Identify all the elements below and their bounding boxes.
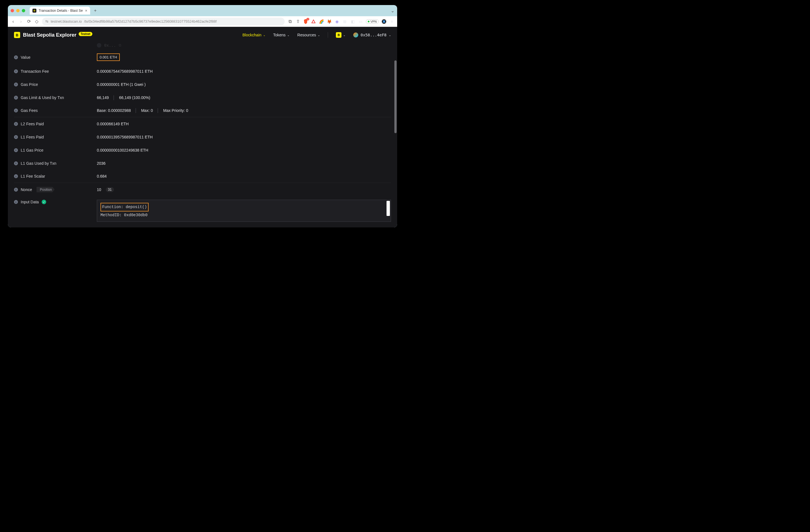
- extension-x-icon[interactable]: [382, 19, 387, 24]
- nonce-value: 10: [97, 187, 101, 192]
- row-nonce: iNoncePosition 1031: [14, 183, 391, 196]
- wallet-address: 0x58...4eF8: [360, 33, 387, 37]
- position-index: 31: [106, 187, 114, 192]
- gasfees-maxpriority: Max Priority: 0: [163, 108, 188, 113]
- row-gasprice: iGas Price 0.000000001 ETH (1 Gwei ): [14, 78, 391, 91]
- chevron-down-icon: ⌄: [287, 34, 289, 37]
- info-icon[interactable]: i: [14, 200, 18, 204]
- bookmark-icon[interactable]: ◇: [34, 19, 39, 24]
- site-logo[interactable]: B: [14, 32, 20, 38]
- reader-icon[interactable]: ▭: [358, 19, 363, 24]
- desktop-icon[interactable]: ⧉: [288, 19, 292, 24]
- textarea-scrollbar[interactable]: [387, 201, 390, 216]
- chevron-down-icon: ⌄: [343, 34, 345, 37]
- divider: [328, 32, 328, 38]
- txfee-label: Transaction Fee: [21, 69, 49, 73]
- gaslimit-value: 66,149: [97, 95, 109, 100]
- input-data-box[interactable]: Function: deposit() MethodID: 0xd0e30db0: [97, 200, 391, 222]
- value-amount: 0.001 ETH: [97, 53, 120, 61]
- row-l1scalar: iL1 Fee Scalar 0.684: [14, 170, 391, 183]
- l1gasprice-value: 0.000000001002249638 ETH: [97, 148, 148, 152]
- row-gasfees: iGas Fees Base: 0.000002988│Max: 0│Max P…: [14, 104, 391, 117]
- reload-button[interactable]: ⟳: [26, 19, 31, 24]
- browser-menu-icon[interactable]: ≡: [389, 19, 394, 24]
- info-icon[interactable]: i: [14, 122, 18, 126]
- metamask-icon[interactable]: 🦊: [327, 19, 332, 24]
- info-icon[interactable]: i: [14, 109, 18, 113]
- gasprice-value: 0.000000001 ETH (1 Gwei ): [97, 82, 146, 87]
- l1gasused-label: L1 Gas Used by Txn: [21, 161, 56, 166]
- info-icon[interactable]: i: [14, 83, 18, 86]
- value-label: Value: [21, 55, 31, 60]
- row-l1gasused: iL1 Gas Used by Txn 2036: [14, 156, 391, 170]
- input-data-label: Input Data: [21, 200, 39, 204]
- page-scrollbar[interactable]: [394, 61, 396, 133]
- forward-button[interactable]: ›: [18, 19, 23, 24]
- info-icon[interactable]: i: [14, 135, 18, 139]
- l1scalar-value: 0.684: [97, 174, 107, 179]
- row-l1gasprice: iL1 Gas Price 0.000000001002249638 ETH: [14, 144, 391, 156]
- tabs-chevron-icon[interactable]: ⌄: [391, 8, 394, 13]
- extension-phantom-icon[interactable]: ◉: [335, 19, 340, 24]
- info-icon[interactable]: i: [14, 188, 18, 192]
- info-icon[interactable]: i: [14, 161, 18, 165]
- transaction-details: 0x...⧉ iValue 0.001 ETH iTransaction Fee…: [8, 43, 397, 226]
- l1fees-value: 0.00000139575689987011 ETH: [97, 135, 152, 139]
- l1scalar-label: L1 Fee Scalar: [21, 174, 45, 179]
- share-icon[interactable]: ⇧: [295, 19, 300, 24]
- info-icon[interactable]: i: [14, 69, 18, 73]
- brave-shield-icon[interactable]: 2: [303, 19, 308, 24]
- sidepanel-icon[interactable]: ◧: [350, 19, 355, 24]
- tab-bar: B Transaction Details - Blast Se × + ⌄: [8, 5, 397, 16]
- chevron-down-icon: ⌄: [318, 34, 320, 37]
- l2fees-label: L2 Fees Paid: [21, 122, 44, 126]
- brave-count-badge: 2: [307, 18, 309, 20]
- browser-toolbar: ‹ › ⟳ ◇ ⇆ testnet.blastscan.io/tx/0x34ed…: [8, 16, 397, 27]
- vpn-badge[interactable]: VPN: [366, 19, 379, 24]
- window-controls: [11, 9, 25, 12]
- close-tab-button[interactable]: ×: [85, 9, 87, 13]
- browser-tab[interactable]: B Transaction Details - Blast Se ×: [30, 7, 90, 15]
- txfee-value: 0.00006754475689987011 ETH: [97, 69, 152, 73]
- l2fees-value: 0.000066149 ETH: [97, 122, 129, 126]
- address-bar[interactable]: ⇆ testnet.blastscan.io/tx/0x34edf8b98a57…: [42, 18, 285, 26]
- url-host: testnet.blastscan.io: [51, 19, 82, 23]
- nav-blockchain[interactable]: Blockchain⌄: [242, 33, 265, 37]
- wallet-avatar: [353, 32, 358, 37]
- info-icon[interactable]: i: [14, 174, 18, 178]
- tab-title: Transaction Details - Blast Se: [38, 9, 83, 13]
- network-selector[interactable]: B⌄: [336, 32, 345, 38]
- minimize-window-button[interactable]: [16, 9, 20, 12]
- copy-icon[interactable]: ⧉: [119, 43, 121, 48]
- info-icon[interactable]: i: [14, 96, 18, 100]
- row-value: iValue 0.001 ETH: [14, 50, 391, 65]
- header-nav: Blockchain⌄ Tokens⌄ Resources⌄ B⌄ 0x58..…: [242, 32, 391, 38]
- l1fees-label: L1 Fees Paid: [21, 135, 44, 139]
- page-content: B Blast Sepolia Explorer Testnet Blockch…: [8, 27, 397, 228]
- extensions-puzzle-icon[interactable]: ⊞: [342, 19, 347, 24]
- site-title[interactable]: Blast Sepolia Explorer: [23, 32, 77, 38]
- position-badge: Position: [36, 187, 54, 193]
- row-l1fees: iL1 Fees Paid 0.00000139575689987011 ETH: [14, 130, 391, 144]
- browser-window: B Transaction Details - Blast Se × + ⌄ ‹…: [8, 5, 397, 228]
- extension-icons: 2 🌈 🦊 ◉ ⊞ ◧ ▭ VPN ≡: [303, 19, 394, 24]
- nav-resources[interactable]: Resources⌄: [297, 33, 320, 37]
- gasprice-label: Gas Price: [21, 82, 38, 87]
- info-icon[interactable]: i: [14, 148, 18, 152]
- chevron-down-icon: ⌄: [263, 34, 265, 37]
- extension-rainbow-icon[interactable]: 🌈: [319, 19, 324, 24]
- extension-triangle-icon[interactable]: [311, 19, 316, 24]
- input-data-method: MethodID: 0xd0e30db0: [100, 212, 387, 219]
- wallet-button[interactable]: 0x58...4eF8 ⌄: [353, 32, 391, 37]
- nav-tokens[interactable]: Tokens⌄: [273, 33, 289, 37]
- gasfees-base: Base: 0.000002988: [97, 108, 131, 113]
- maximize-window-button[interactable]: [22, 9, 25, 12]
- site-settings-icon[interactable]: ⇆: [45, 19, 48, 23]
- close-window-button[interactable]: [11, 9, 14, 12]
- gasused-value: 66,149 (100.00%): [119, 95, 150, 100]
- info-icon[interactable]: i: [14, 55, 18, 59]
- new-tab-button[interactable]: +: [92, 8, 99, 13]
- chevron-down-icon: ⌄: [389, 34, 391, 37]
- input-data-function: Function: deposit(): [100, 203, 149, 212]
- back-button[interactable]: ‹: [11, 19, 16, 24]
